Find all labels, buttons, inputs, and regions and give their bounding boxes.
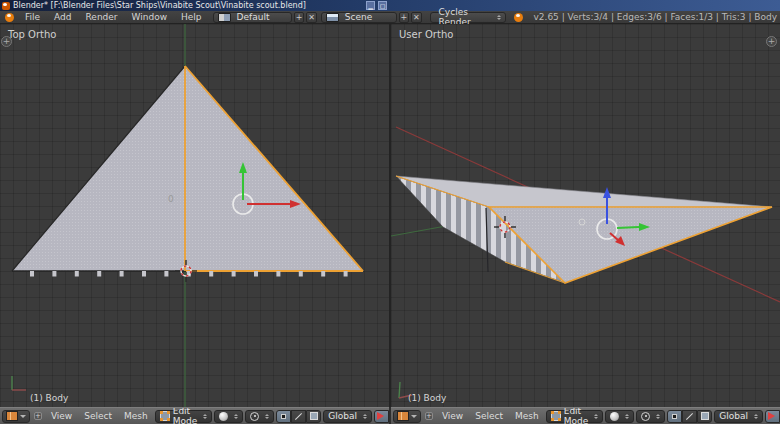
pivot-icon xyxy=(641,412,650,421)
menu-view[interactable]: View xyxy=(46,411,77,421)
chevron-updown-icon xyxy=(625,414,629,419)
screen-layout-icon xyxy=(218,13,231,22)
screen-layout-selector[interactable]: Default xyxy=(213,12,292,23)
solid-shading-icon xyxy=(610,412,619,421)
edit-mode-icon xyxy=(551,411,561,421)
mode-value: Edit Mode xyxy=(564,407,589,424)
chevron-updown-icon xyxy=(234,414,238,419)
blender-logo-icon[interactable] xyxy=(5,13,14,22)
render-engine-selector[interactable]: Cycles Render xyxy=(430,12,507,23)
scene-icon xyxy=(326,13,339,22)
viewport-headers: + View Select Mesh Edit Mode xyxy=(0,407,780,424)
menu-window[interactable]: Window xyxy=(125,12,175,22)
mesh-user-view xyxy=(396,176,772,283)
region-expand-icon[interactable]: + xyxy=(1,36,12,47)
window-minimize-button[interactable]: ▁ xyxy=(366,1,375,10)
mode-selector[interactable]: Edit Mode xyxy=(155,410,213,423)
edge-select-button[interactable] xyxy=(682,410,697,423)
scene-add-button[interactable]: + xyxy=(399,12,409,23)
mesh-top-view xyxy=(12,66,363,277)
window-title: Blender* [F:\Blender Files\Star Ships\Vi… xyxy=(13,1,306,10)
select-mode-group xyxy=(276,410,321,423)
viewport-user-ortho[interactable]: User Ortho + (1) Body xyxy=(391,24,780,407)
viewport-mode-label: Top Ortho xyxy=(8,29,56,40)
viewport-area: Top Ortho + 0 (1) Body xyxy=(0,24,780,407)
edge-icon xyxy=(295,412,302,419)
scene-statistics: v2.65 | Verts:3/4 | Edges:3/6 | Faces:1/… xyxy=(533,12,777,22)
translate-manipulator-button[interactable] xyxy=(765,410,780,423)
collapse-menus-button[interactable]: + xyxy=(425,412,433,420)
screen-layout-value: Default xyxy=(233,12,274,22)
mini-axis-gizmo xyxy=(12,376,26,390)
transform-orientation-selector[interactable]: Global xyxy=(323,410,372,423)
vertex-icon xyxy=(673,415,676,418)
viewport-right-canvas[interactable] xyxy=(391,24,780,407)
menu-file[interactable]: File xyxy=(18,12,47,22)
gizmo-z-arrow xyxy=(603,187,611,198)
chevron-down-icon xyxy=(20,415,26,421)
menu-help[interactable]: Help xyxy=(174,12,209,22)
mode-value: Edit Mode xyxy=(173,407,198,424)
chevron-updown-icon xyxy=(497,15,501,20)
viewport-shading-selector[interactable] xyxy=(214,410,243,423)
blender-logo-icon xyxy=(514,13,523,22)
menu-mesh[interactable]: Mesh xyxy=(119,411,153,421)
scene-delete-button[interactable]: ✕ xyxy=(411,12,421,23)
blender-app-icon xyxy=(2,2,10,10)
menu-select[interactable]: Select xyxy=(470,411,508,421)
screen-layout-delete-button[interactable]: ✕ xyxy=(306,12,316,23)
active-object-label: (1) Body xyxy=(408,393,446,403)
view3d-editor-icon xyxy=(397,411,409,421)
pivot-point-selector[interactable] xyxy=(245,410,274,423)
chevron-updown-icon xyxy=(363,414,367,419)
manipulator-group xyxy=(374,410,389,423)
vertex-select-button[interactable] xyxy=(667,410,682,423)
active-object-label: (1) Body xyxy=(30,393,68,403)
chevron-down-icon xyxy=(411,415,417,421)
editor-type-button[interactable] xyxy=(393,410,421,423)
chevron-updown-icon xyxy=(594,414,598,419)
menu-view[interactable]: View xyxy=(437,411,468,421)
pivot-icon xyxy=(250,412,259,421)
info-bar: File Add Render Window Help Default + ✕ … xyxy=(0,11,780,24)
viewport-header-right: + View Select Mesh Edit Mode xyxy=(391,407,780,424)
scene-value: Scene xyxy=(341,12,376,22)
manipulator-group xyxy=(765,410,780,423)
menu-mesh[interactable]: Mesh xyxy=(510,411,544,421)
translate-manipulator-button[interactable] xyxy=(374,410,389,423)
face-icon xyxy=(310,412,318,420)
collapse-menus-button[interactable]: + xyxy=(34,412,42,420)
viewport-header-left: + View Select Mesh Edit Mode xyxy=(0,407,389,424)
edge-select-button[interactable] xyxy=(291,410,306,423)
viewport-top-ortho[interactable]: Top Ortho + 0 (1) Body xyxy=(0,24,389,407)
title-bar[interactable]: Blender* [F:\Blender Files\Star Ships\Vi… xyxy=(0,0,780,11)
face-select-button[interactable] xyxy=(697,410,712,423)
transform-orientation-selector[interactable]: Global xyxy=(714,410,763,423)
viewport-shading-selector[interactable] xyxy=(605,410,634,423)
face-select-button[interactable] xyxy=(306,410,321,423)
chevron-updown-icon xyxy=(265,414,269,419)
viewport-mode-label: User Ortho xyxy=(399,29,453,40)
editor-type-button[interactable] xyxy=(2,410,30,423)
vertex-select-button[interactable] xyxy=(276,410,291,423)
viewport-left-canvas[interactable] xyxy=(0,24,389,407)
pivot-point-selector[interactable] xyxy=(636,410,665,423)
select-mode-group xyxy=(667,410,712,423)
region-expand-icon[interactable]: + xyxy=(766,36,777,47)
edge-icon xyxy=(686,412,693,419)
window-maximize-button[interactable]: ▢ xyxy=(378,1,387,10)
mode-selector[interactable]: Edit Mode xyxy=(546,410,604,423)
screen-layout-add-button[interactable]: + xyxy=(294,12,304,23)
blender-window: Blender* [F:\Blender Files\Star Ships\Vi… xyxy=(0,0,780,424)
chevron-updown-icon xyxy=(656,414,660,419)
scene-selector[interactable]: Scene xyxy=(321,12,397,23)
menu-select[interactable]: Select xyxy=(79,411,117,421)
menu-render[interactable]: Render xyxy=(79,12,125,22)
chevron-updown-icon xyxy=(203,414,207,419)
view3d-editor-icon xyxy=(6,411,18,421)
face-icon xyxy=(701,412,709,420)
translate-icon xyxy=(377,412,388,420)
translate-icon xyxy=(768,412,779,420)
menu-add[interactable]: Add xyxy=(47,12,78,22)
chevron-updown-icon xyxy=(754,414,758,419)
